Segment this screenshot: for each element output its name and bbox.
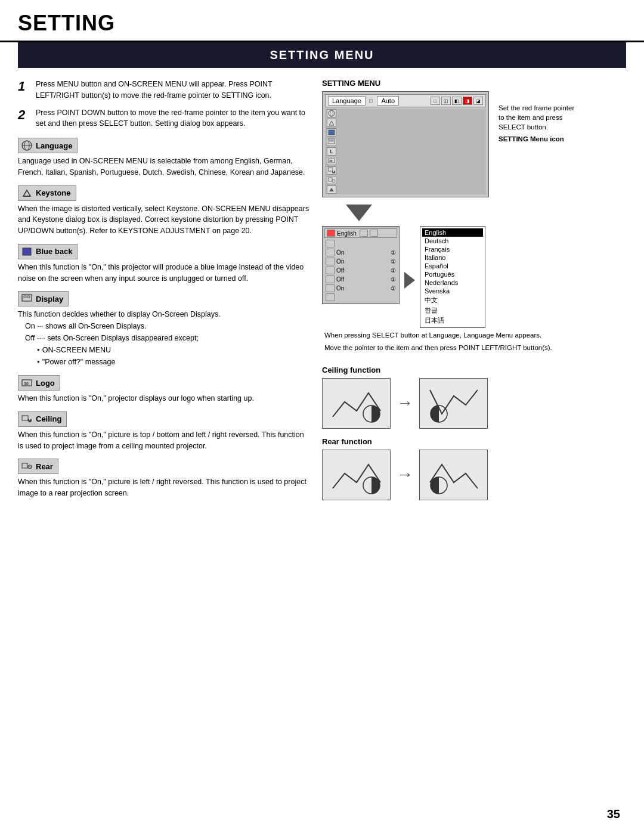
- svg-rect-13: [22, 463, 27, 468]
- steps-section: 1 Press MENU button and ON-SCREEN MENU w…: [18, 79, 310, 129]
- display-on-text: On ··· shows all On-Screen Displays.: [25, 320, 310, 332]
- lang-japanese: 日本語: [422, 315, 483, 326]
- keystone-description: When the image is distorted vertically, …: [18, 203, 310, 237]
- ceiling-func-row: →: [322, 378, 626, 429]
- menu-row-3: [325, 128, 486, 137]
- setting-menu-diagram: SETTING MENU Language □ Auto □ ◫ ◧: [322, 79, 626, 354]
- step-2-number: 2: [18, 107, 31, 123]
- menu-row-2: [325, 118, 486, 128]
- language-icon: [21, 140, 33, 151]
- row-icon-3: [327, 128, 336, 137]
- step-2-text: Press POINT DOWN button to move the red-…: [36, 107, 310, 130]
- menu-top-bar: Language □ Auto □ ◫ ◧ ◨ ◪: [325, 94, 486, 107]
- lang-nederlands: Nederlands: [422, 278, 483, 287]
- lang-english: English: [422, 228, 483, 237]
- svg-rect-19: [328, 139, 335, 144]
- blue-back-description: When this function is "On," this project…: [18, 262, 310, 284]
- menu-row-6: 30: [325, 156, 486, 166]
- menu-rows: L 30: [325, 109, 486, 194]
- menu-icon-1: □: [431, 97, 440, 105]
- svg-rect-8: [27, 296, 30, 298]
- rear-text: Rear: [36, 462, 53, 471]
- row-icon-8: [327, 176, 336, 184]
- svg-rect-26: [329, 178, 332, 181]
- feature-language: Language Language used in ON-SCREEN MENU…: [18, 138, 310, 178]
- menu-row-7: [325, 166, 486, 175]
- feature-ceiling: Ceiling When this function is "On," pict…: [18, 411, 310, 452]
- ceiling-func-arrow: →: [397, 394, 413, 413]
- language-description: Language used in ON-SCREEN MENU is selec…: [18, 156, 310, 178]
- callout-1-text: Set the red frame pointer to the item an…: [499, 103, 576, 132]
- right-column: SETTING MENU Language □ Auto □ ◫ ◧: [322, 79, 626, 509]
- step-1-text: Press MENU button and ON-SCREEN MENU wil…: [36, 79, 310, 101]
- setting-menu-diagram-title: SETTING MENU: [322, 79, 626, 88]
- ceiling-label: Ceiling: [18, 411, 67, 427]
- display-icon: [21, 293, 33, 305]
- menu-icons-row: □ ◫ ◧ ◨ ◪: [431, 97, 483, 105]
- display-label: Display: [18, 291, 69, 306]
- ceiling-description: When this function is "On," picture is t…: [18, 429, 310, 452]
- menu-row-8: [325, 175, 486, 185]
- feature-blue-back: Blue back When this function is "On," th…: [18, 244, 310, 284]
- lang-menu-right: English Deutsch Français Italiano Españo…: [420, 226, 485, 328]
- rear-func-arrow: →: [397, 465, 413, 484]
- rear-after-box: [419, 450, 488, 500]
- menu-annotations: Set the red frame pointer to the item an…: [499, 103, 576, 144]
- rear-before-box: [322, 450, 391, 500]
- menu-icon-5: ◪: [473, 97, 483, 105]
- left-column: 1 Press MENU button and ON-SCREEN MENU w…: [18, 79, 310, 509]
- section-header: SETTING MENU: [18, 42, 626, 68]
- display-text: Display: [36, 295, 63, 304]
- svg-rect-5: [23, 248, 31, 255]
- keystone-text: Keystone: [36, 188, 71, 197]
- lm-row-6: On①: [324, 284, 397, 293]
- rear-func-row: →: [322, 450, 626, 500]
- row-icon-2: [327, 119, 336, 127]
- ceiling-after-box: [419, 378, 488, 429]
- svg-marker-17: [329, 121, 334, 125]
- step-2: 2 Press POINT DOWN button to move the re…: [18, 107, 310, 130]
- blue-back-label: Blue back: [18, 244, 78, 259]
- svg-rect-18: [329, 130, 335, 135]
- row-icon-4: [327, 138, 336, 146]
- lang-portugues: Português: [422, 270, 483, 278]
- lang-tab: Language: [328, 96, 366, 106]
- arrow-right: [404, 272, 415, 289]
- menu-row-5: L: [325, 147, 486, 156]
- row-icon-L: L: [327, 147, 336, 156]
- svg-marker-3: [23, 190, 30, 196]
- language-text: Language: [36, 141, 72, 150]
- auto-tab: Auto: [377, 96, 399, 106]
- lang-korean: 한글: [422, 305, 483, 315]
- rear-label: Rear: [18, 459, 58, 474]
- svg-point-27: [332, 179, 335, 182]
- rear-function-label: Rear function: [322, 437, 626, 446]
- rear-icon: [21, 460, 33, 472]
- when-pressing-note: When pressing SELECT button at Language,…: [324, 330, 626, 340]
- menu-row-9: [325, 185, 486, 194]
- display-sub: On ··· shows all On-Screen Displays. Off…: [25, 320, 310, 368]
- display-description: This function decides whether to display…: [18, 309, 310, 320]
- logo-label: 30 Logo: [18, 375, 60, 391]
- ceiling-before-box: [322, 378, 391, 429]
- blue-back-text: Blue back: [36, 247, 72, 256]
- row-icon-6: 30: [327, 157, 336, 165]
- svg-text:30: 30: [329, 159, 333, 163]
- svg-point-16: [330, 110, 333, 116]
- display-off-text: Off ···· sets On-Screen Displays disappe…: [25, 332, 310, 344]
- menu-icon-2: ◫: [441, 97, 451, 105]
- feature-rear: Rear When this function is "On," picture…: [18, 459, 310, 499]
- menu-row-4: [325, 137, 486, 147]
- language-menu-container: English On① On① Off① Off① On① Engl: [322, 226, 626, 328]
- menu-row-1: [325, 109, 486, 118]
- feature-keystone: Keystone When the image is distorted ver…: [18, 185, 310, 237]
- ceiling-icon: [21, 413, 33, 425]
- row-icon-9: [327, 185, 336, 194]
- svg-rect-20: [329, 140, 331, 141]
- menu-mock: Language □ Auto □ ◫ ◧ ◨ ◪: [322, 91, 489, 197]
- svg-rect-21: [332, 140, 333, 141]
- arrow-down: [346, 205, 372, 221]
- move-pointer-note: Move the pointer to the item and then pr…: [324, 343, 626, 353]
- lm-row-4: Off①: [324, 266, 397, 275]
- keystone-label: Keystone: [18, 185, 76, 201]
